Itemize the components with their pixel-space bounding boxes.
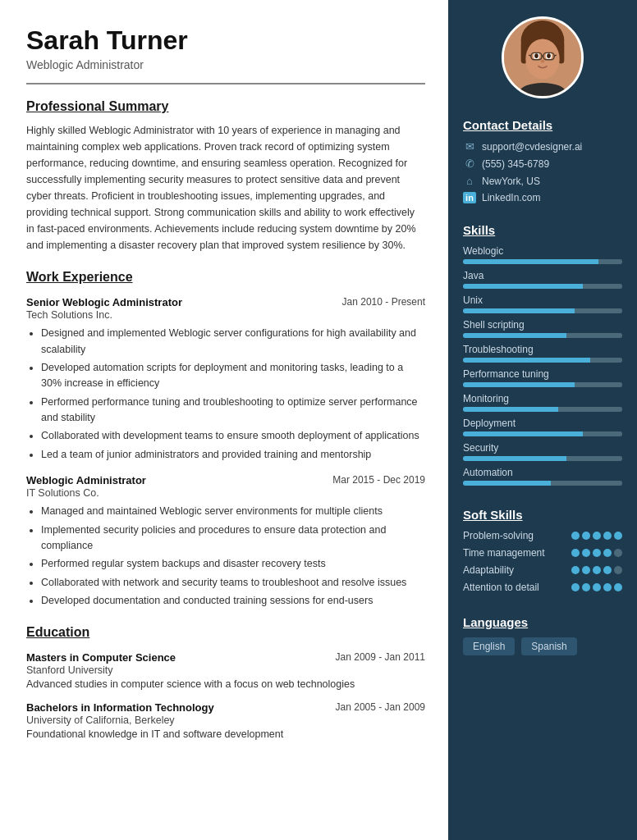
skill-bar <box>463 456 622 461</box>
lang-spanish: Spanish <box>521 637 576 655</box>
dot-empty <box>614 566 622 574</box>
skill-bar-empty <box>566 333 622 338</box>
dot-filled <box>571 566 580 574</box>
work-section: Work Experience Senior Weblogic Administ… <box>26 270 425 609</box>
edu-header-0: Masters in Computer Science Jan 2009 - J… <box>26 651 425 664</box>
skill-bar-fill <box>463 431 583 436</box>
job-bullets-1: Managed and maintained Weblogic server e… <box>26 504 425 609</box>
skills-section: Skills WeblogicJavaUnixShell scriptingTr… <box>463 220 622 491</box>
skill-bar-fill <box>463 407 558 412</box>
dot-filled <box>571 583 580 591</box>
contact-location-value: NewYork, US <box>482 176 540 187</box>
skill-label: Deployment <box>463 418 622 429</box>
soft-skills-section: Soft Skills Problem-solvingTime manageme… <box>463 504 622 599</box>
skill-bar-fill <box>463 284 583 289</box>
edu-desc-1: Foundational knowledge in IT and softwar… <box>26 728 425 740</box>
list-item: Developed documentation and conducted tr… <box>41 593 425 609</box>
skill-bar-empty <box>558 407 622 412</box>
skill-bar <box>463 284 622 289</box>
contact-linkedin: in LinkedIn.com <box>463 192 622 203</box>
skill-dots <box>571 532 622 540</box>
email-icon: ✉ <box>463 140 476 153</box>
dot-filled <box>571 532 580 540</box>
dot-filled <box>571 549 580 557</box>
skill-bar-fill <box>463 358 590 363</box>
skill-bar-empty <box>583 284 623 289</box>
languages-section: Languages English Spanish <box>463 612 622 655</box>
list-item: Designed and implemented Weblogic server… <box>41 326 425 358</box>
languages-title: Languages <box>463 615 622 629</box>
summary-title: Professional Summary <box>26 99 425 114</box>
avatar <box>502 16 584 98</box>
skill-label: Shell scripting <box>463 319 622 331</box>
soft-skill-label: Time management <box>463 547 571 559</box>
svg-line-12 <box>529 55 531 56</box>
dot-filled <box>582 532 590 540</box>
edu-desc-0: Advanced studies in computer science wit… <box>26 678 425 690</box>
skill-bar-fill <box>463 259 598 264</box>
skill-bar-fill <box>463 333 566 338</box>
edu-school-1: University of California, Berkeley <box>26 714 425 726</box>
job-dates-1: Mar 2015 - Dec 2019 <box>332 474 425 486</box>
right-column: Contact Details ✉ support@cvdesigner.ai … <box>448 0 637 840</box>
list-item: Implemented security policies and proced… <box>41 523 425 555</box>
job-bullets-0: Designed and implemented Weblogic server… <box>26 326 425 463</box>
list-item: Performed regular system backups and dis… <box>41 556 425 572</box>
skill-bar-fill <box>463 481 551 486</box>
list-item: Performed performance tuning and trouble… <box>41 395 425 427</box>
skills-title: Skills <box>463 223 622 237</box>
skill-label: Weblogic <box>463 245 622 257</box>
svg-line-13 <box>554 55 557 56</box>
skill-row: Automation <box>463 467 622 486</box>
edu-entry-1: Bachelors in Information Technology Jan … <box>26 701 425 740</box>
contact-location: ⌂ NewYork, US <box>463 175 622 187</box>
soft-skill-row: Adaptability <box>463 564 622 576</box>
skill-bar <box>463 333 622 338</box>
skill-bar-empty <box>566 456 622 461</box>
soft-skills-title: Soft Skills <box>463 508 622 522</box>
dot-filled <box>614 583 622 591</box>
skill-dots <box>571 566 622 574</box>
skill-bar-empty <box>551 481 622 486</box>
skill-bar-empty <box>575 382 622 387</box>
edu-entry-0: Masters in Computer Science Jan 2009 - J… <box>26 651 425 690</box>
dot-filled <box>593 549 601 557</box>
dot-filled <box>582 549 590 557</box>
skill-row: Security <box>463 442 622 461</box>
left-column: Sarah Turner Weblogic Administrator Prof… <box>0 0 448 840</box>
phone-icon: ✆ <box>463 158 476 170</box>
skill-dots <box>571 549 622 557</box>
location-icon: ⌂ <box>463 175 476 187</box>
skill-label: Performance tuning <box>463 368 622 380</box>
job-entry-0: Senior Weblogic Administrator Jan 2010 -… <box>26 296 425 463</box>
svg-point-8 <box>547 53 551 58</box>
job-header-1: Weblogic Administrator Mar 2015 - Dec 20… <box>26 474 425 486</box>
skill-label: Monitoring <box>463 393 622 404</box>
work-title: Work Experience <box>26 270 425 285</box>
dot-filled <box>582 583 590 591</box>
skill-row: Weblogic <box>463 245 622 264</box>
lang-english: English <box>463 637 515 655</box>
skill-bar <box>463 481 622 486</box>
skill-bar <box>463 407 622 412</box>
dot-filled <box>582 566 590 574</box>
skill-bar-empty <box>575 308 622 313</box>
soft-skill-label: Problem-solving <box>463 530 571 541</box>
skill-label: Java <box>463 270 622 281</box>
soft-skill-label: Attention to detail <box>463 582 571 593</box>
skill-row: Troubleshooting <box>463 344 622 363</box>
contact-phone-value: (555) 345-6789 <box>482 158 549 170</box>
contact-email-value: support@cvdesigner.ai <box>482 141 582 153</box>
edu-header-1: Bachelors in Information Technology Jan … <box>26 701 425 714</box>
edu-dates-0: Jan 2009 - Jan 2011 <box>336 651 425 663</box>
list-item: Collaborated with network and security t… <box>41 575 425 591</box>
svg-point-14 <box>541 60 545 63</box>
svg-point-7 <box>534 53 538 58</box>
edu-dates-1: Jan 2005 - Jan 2009 <box>336 701 425 713</box>
skill-bar-fill <box>463 308 575 313</box>
skill-bar-fill <box>463 382 575 387</box>
edu-degree-1: Bachelors in Information Technology <box>26 701 214 714</box>
skill-row: Monitoring <box>463 393 622 412</box>
job-title-0: Senior Weblogic Administrator <box>26 296 182 308</box>
soft-skill-row: Attention to detail <box>463 582 622 593</box>
